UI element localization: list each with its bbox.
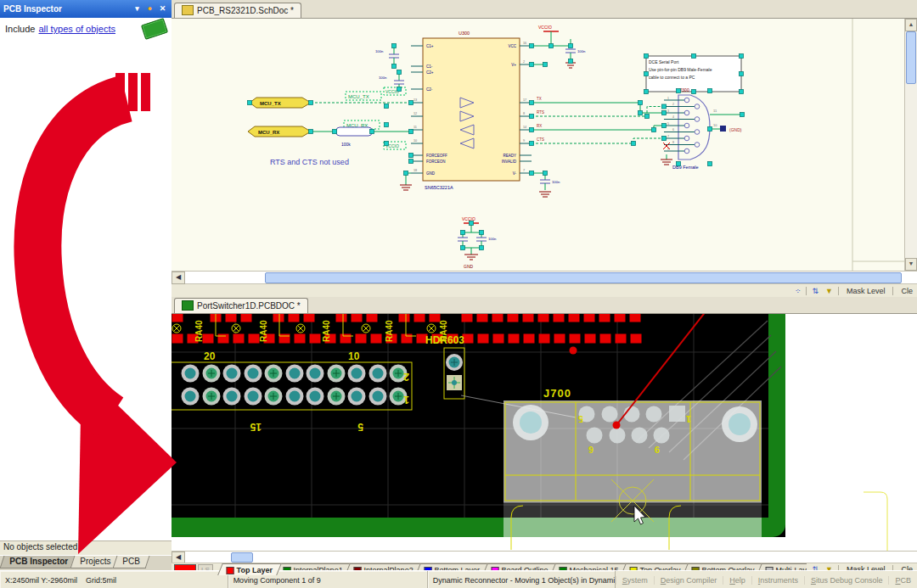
pcbdoc-tab-label: PortSwitcher1D.PCBDOC * [197, 301, 301, 311]
menu-pcb[interactable]: PCB [888, 576, 917, 585]
gnd-power-port [720, 126, 726, 132]
pcb-doc-icon [182, 300, 194, 311]
svg-text:VCCIO: VCCIO [538, 25, 552, 30]
resistor[interactable]: 100k [336, 127, 372, 147]
wires-right [532, 103, 664, 143]
svg-text:RA40: RA40 [322, 320, 331, 342]
svg-text:8: 8 [523, 112, 525, 115]
menu-system[interactable]: System [616, 576, 654, 585]
svg-text:18: 18 [413, 169, 417, 172]
smd-pad-row-bottom [172, 334, 642, 344]
svg-text:CTS: CTS [537, 137, 544, 142]
j700-designator: J700 [543, 387, 571, 400]
svg-text:C1-: C1- [426, 64, 433, 69]
include-label: Include [5, 24, 35, 34]
svg-text:13: 13 [413, 98, 417, 102]
scroll-up-arrow[interactable]: ▲ [905, 19, 917, 31]
svg-text:VCC: VCC [508, 44, 516, 48]
menu-design-compiler[interactable]: Design Compiler [654, 576, 723, 585]
tab-schdoc[interactable]: PCB_RS2321D.SchDoc * [174, 3, 301, 18]
chevron-down-icon[interactable]: ▾ [132, 4, 143, 14]
pin-icon[interactable]: ● [144, 4, 155, 14]
schematic-vertical-scrollbar[interactable]: ▲ ▼ [904, 19, 917, 271]
close-icon[interactable]: ✕ [157, 4, 168, 14]
clear-button[interactable]: Cle [897, 287, 917, 295]
pcb-canvas[interactable]: RA40 RA40 RA40 RA40 RA40 [172, 314, 917, 551]
note-box[interactable]: DCE Serial Port Use pin-for-pin DB9 Male… [646, 56, 741, 92]
svg-text:INVALID: INVALID [502, 160, 517, 164]
svg-text:14: 14 [523, 126, 526, 129]
scroll-left-arrow[interactable]: ◀ [172, 552, 185, 563]
tab-pcb-inspector[interactable]: PCB Inspector [0, 556, 77, 568]
port-mcu-tx[interactable]: MCU_TX [250, 98, 311, 108]
schematic-horizontal-scrollbar[interactable]: ◀ [172, 271, 917, 283]
schematic-tab-bar: PCB_RS2321D.SchDoc * [172, 0, 917, 19]
svg-text:Use pin-for-pin DB9 Male-Femal: Use pin-for-pin DB9 Male-Female [649, 67, 712, 72]
mode-status-cell: Dynamic Reconnector - Moving 1 Object(s)… [428, 571, 616, 588]
menu-situs-debug-console[interactable]: Situs Debug Console [804, 576, 889, 585]
svg-text:1: 1 [667, 97, 669, 100]
menu-help[interactable]: Help [723, 576, 751, 585]
svg-text:2: 2 [672, 103, 674, 106]
schematic-canvas[interactable]: U300 SN65C3221A [172, 19, 917, 271]
svg-text:V+: V+ [511, 63, 516, 67]
mask-level-button[interactable]: Mask Level [842, 287, 890, 295]
svg-text:8: 8 [672, 141, 674, 144]
schdoc-tab-label: PCB_RS2321D.SchDoc * [197, 6, 294, 15]
schematic-mask-toolbar: ⁘ ⇅ ▼ Mask Level Cle [172, 283, 917, 297]
menu-instruments[interactable]: Instruments [751, 576, 804, 585]
svg-text:MCU_RX: MCU_RX [258, 130, 279, 135]
svg-text:5: 5 [578, 414, 583, 424]
decoupling-cluster[interactable]: VCCIO GND 100n [458, 216, 497, 269]
sort-icon[interactable]: ⇅ [810, 287, 820, 295]
ic-part-number: SN65C3221A [425, 185, 453, 190]
svg-text:100n: 100n [375, 49, 384, 53]
db9-connector[interactable]: P300 13579 2468 [664, 87, 710, 170]
status-bar: X:2450mil Y:-2960mil Grid:5mil Moving Co… [0, 570, 917, 588]
svg-text:9: 9 [655, 445, 660, 455]
svg-text:C1+: C1+ [426, 44, 434, 48]
svg-text:C2+: C2+ [426, 70, 434, 75]
svg-text:5: 5 [357, 421, 363, 433]
svg-text:10: 10 [713, 123, 717, 127]
scroll-down-arrow[interactable]: ▼ [905, 258, 917, 271]
panel-titlebar[interactable]: PCB Inspector ▾ ● ✕ [0, 0, 172, 18]
svg-text:100n: 100n [379, 76, 387, 80]
net-label-tx: MCU_TX [348, 94, 369, 99]
scroll-left-arrow[interactable]: ◀ [172, 272, 185, 284]
pcb-drawing: RA40 RA40 RA40 RA40 RA40 [172, 314, 917, 551]
svg-text:20: 20 [204, 350, 216, 362]
snippets-icon[interactable]: ⁘ [793, 287, 803, 295]
resistor-value: 100k [341, 142, 351, 147]
tab-pcb[interactable]: PCB [113, 556, 149, 568]
ic-component[interactable]: U300 SN65C3221A [411, 31, 532, 190]
layer-tab-top-layer[interactable]: Top Layer [217, 563, 282, 575]
svg-text:17: 17 [523, 98, 526, 102]
tab-pcbdoc[interactable]: PortSwitcher1D.PCBDOC * [174, 298, 308, 313]
filter-funnel-icon[interactable]: ▼ [824, 287, 835, 295]
scroll-thumb[interactable] [906, 31, 916, 84]
application-window: PCB Inspector ▾ ● ✕ Include all types of… [0, 0, 917, 588]
j700-ghost-component[interactable]: 5 1 6 9 [504, 400, 762, 550]
include-filter-link[interactable]: all types of objects [38, 24, 115, 34]
svg-text:3: 3 [667, 109, 669, 113]
hdr603-designator: HDR603 [425, 334, 464, 346]
port-mcu-rx[interactable]: MCU_RX [248, 126, 311, 137]
caps-left [389, 46, 404, 89]
scroll-thumb[interactable] [265, 272, 902, 283]
moving-status: Moving Component 1 of 9 [233, 576, 321, 585]
schematic-doc-icon [182, 5, 194, 15]
svg-text:1: 1 [686, 414, 691, 424]
svg-text:RTS: RTS [537, 110, 544, 115]
pcb-tab-bar: PortSwitcher1D.PCBDOC * [172, 297, 917, 314]
inspector-empty-body [0, 40, 172, 540]
layer-color-icon [227, 566, 234, 574]
gnd-net-label: (GND) [729, 127, 742, 132]
inspector-status-text: No objects selected [0, 540, 172, 555]
svg-text:GND: GND [426, 171, 436, 176]
pcb-horizontal-scrollbar[interactable]: ◀ [172, 551, 917, 563]
gnd-symbol-db9 [661, 143, 672, 165]
scroll-thumb[interactable] [231, 552, 253, 563]
include-row: Include all types of objects [0, 18, 172, 40]
grid-setting: Grid:5mil [86, 576, 116, 585]
